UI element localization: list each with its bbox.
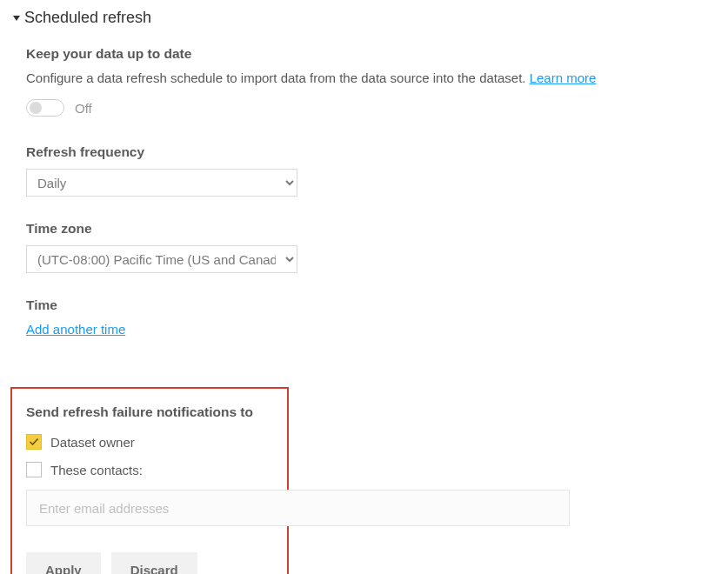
keep-data-description: Configure a data refresh schedule to imp… xyxy=(26,70,702,85)
button-row: Apply Discard xyxy=(26,552,273,574)
dataset-owner-checkbox[interactable] xyxy=(26,434,42,450)
schedule-toggle[interactable] xyxy=(26,99,64,117)
description-text: Configure a data refresh schedule to imp… xyxy=(26,70,530,85)
these-contacts-label: These contacts: xyxy=(50,463,143,477)
these-contacts-row: These contacts: xyxy=(26,462,273,477)
schedule-toggle-row: Off xyxy=(26,99,702,117)
section-title: Scheduled refresh xyxy=(24,9,151,27)
toggle-state-label: Off xyxy=(75,101,92,116)
timezone-select[interactable]: (UTC-08:00) Pacific Time (US and Canada) xyxy=(26,245,297,273)
time-label: Time xyxy=(26,297,702,313)
discard-button[interactable]: Discard xyxy=(111,552,197,574)
notify-section-highlight: Send refresh failure notifications to Da… xyxy=(10,387,289,574)
add-another-time-link[interactable]: Add another time xyxy=(26,322,125,337)
dataset-owner-label: Dataset owner xyxy=(50,435,135,450)
section-header[interactable]: Scheduled refresh xyxy=(12,9,702,27)
learn-more-link[interactable]: Learn more xyxy=(530,70,597,85)
keep-data-heading: Keep your data up to date xyxy=(26,46,702,62)
check-icon xyxy=(29,437,39,447)
email-addresses-input[interactable] xyxy=(26,490,570,526)
apply-button[interactable]: Apply xyxy=(26,552,101,574)
caret-down-icon xyxy=(12,14,21,23)
dataset-owner-row: Dataset owner xyxy=(26,434,273,450)
toggle-knob xyxy=(30,102,42,114)
these-contacts-checkbox[interactable] xyxy=(26,462,42,477)
svg-marker-0 xyxy=(13,16,20,21)
frequency-select[interactable]: Daily xyxy=(26,169,297,197)
notify-heading: Send refresh failure notifications to xyxy=(26,404,273,420)
frequency-label: Refresh frequency xyxy=(26,144,702,160)
timezone-label: Time zone xyxy=(26,221,702,237)
